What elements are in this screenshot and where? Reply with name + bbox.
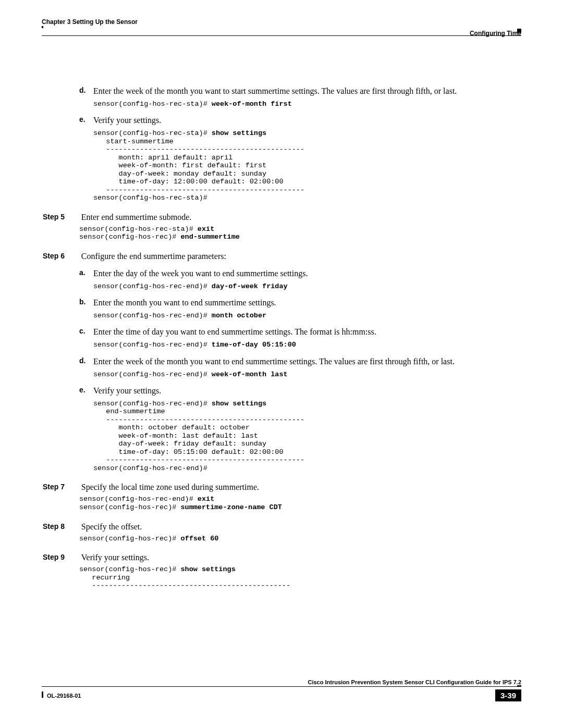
step-text: Configure the end summertime parameters: bbox=[81, 252, 226, 261]
footer-rule bbox=[42, 686, 521, 687]
step-9: Step 9 Verify your settings. sensor(conf… bbox=[79, 553, 521, 590]
step-6: Step 6 Configure the end summertime para… bbox=[79, 252, 521, 473]
substep-label-e: e. bbox=[79, 386, 85, 394]
footer-doc-title: Cisco Intrusion Prevention System Sensor… bbox=[305, 679, 521, 685]
substep-label-d: d. bbox=[79, 86, 85, 94]
substep-6a: a. Enter the day of the week you want to… bbox=[93, 268, 521, 290]
substep-6e: e. Verify your settings. sensor(config-h… bbox=[93, 386, 521, 472]
code-block: sensor(config-hos-rec)# offset 60 bbox=[79, 535, 521, 543]
code-block: sensor(config-hos-rec-end)# month octobe… bbox=[93, 312, 521, 320]
step-7: Step 7 Specify the local time zone used … bbox=[79, 483, 521, 511]
substep-6d: d. Enter the week of the month you want … bbox=[93, 356, 521, 378]
step-label: Step 5 bbox=[43, 213, 79, 221]
chapter-title: Chapter 3 Setting Up the Sensor bbox=[42, 18, 138, 26]
page-number: 3-39 bbox=[495, 689, 521, 701]
substep-6b: b. Enter the month you want to end summe… bbox=[93, 298, 521, 319]
footer-marker-left bbox=[42, 692, 43, 698]
page-header: Chapter 3 Setting Up the Sensor Configur… bbox=[42, 18, 521, 44]
code-block: sensor(config-hos-rec-sta)# show setting… bbox=[93, 129, 521, 202]
substep-e: e. Verify your settings. sensor(config-h… bbox=[93, 115, 521, 202]
page: Chapter 3 Setting Up the Sensor Configur… bbox=[0, 0, 563, 728]
substep-label-b: b. bbox=[79, 298, 85, 306]
step-text: Specify the offset. bbox=[81, 522, 142, 531]
step-label: Step 6 bbox=[43, 252, 79, 260]
code-block: sensor(config-hos-rec-end)# week-of-mont… bbox=[93, 371, 521, 379]
substep-text: Enter the month you want to end summerti… bbox=[93, 298, 521, 309]
step-text: Specify the local time zone used during … bbox=[81, 483, 259, 491]
code-block: sensor(config-hos-rec)# show settings re… bbox=[79, 565, 521, 590]
substep-text: Verify your settings. bbox=[93, 386, 521, 397]
substep-label-e: e. bbox=[79, 115, 85, 124]
page-footer: Cisco Intrusion Prevention System Sensor… bbox=[42, 686, 521, 707]
content: d. Enter the week of the month you want … bbox=[79, 86, 521, 590]
substep-d: d. Enter the week of the month you want … bbox=[93, 86, 521, 108]
code-block: sensor(config-hos-rec-sta)# exit sensor(… bbox=[79, 225, 521, 241]
substep-label-a: a. bbox=[79, 268, 85, 277]
code-block: sensor(config-hos-rec-end)# exit sensor(… bbox=[79, 495, 521, 511]
step-5: Step 5 Enter end summertime submode. sen… bbox=[79, 213, 521, 241]
substep-text: Enter the time of day you want to end su… bbox=[93, 327, 521, 338]
code-block: sensor(config-hos-rec-end)# day-of-week … bbox=[93, 282, 521, 291]
footer-doc-id: OL-29168-01 bbox=[47, 693, 81, 699]
substep-text: Verify your settings. bbox=[93, 115, 521, 126]
substep-6c: c. Enter the time of day you want to end… bbox=[93, 327, 521, 349]
substep-text: Enter the week of the month you want to … bbox=[93, 86, 521, 97]
substep-label-c: c. bbox=[79, 327, 85, 335]
step-label: Step 7 bbox=[43, 483, 79, 491]
code-block: sensor(config-hos-rec-sta)# week-of-mont… bbox=[93, 100, 521, 108]
code-block: sensor(config-hos-rec-end)# time-of-day … bbox=[93, 341, 521, 349]
header-rule bbox=[42, 35, 521, 36]
step-label: Step 8 bbox=[43, 522, 79, 530]
substep-label-d: d. bbox=[79, 356, 85, 365]
header-marker-left bbox=[42, 26, 43, 28]
substep-text: Enter the day of the week you want to en… bbox=[93, 268, 521, 279]
step-text: Verify your settings. bbox=[81, 553, 149, 562]
substep-text: Enter the week of the month you want to … bbox=[93, 356, 521, 367]
step-8: Step 8 Specify the offset. sensor(config… bbox=[79, 522, 521, 543]
step-label: Step 9 bbox=[43, 553, 79, 561]
code-block: sensor(config-hos-rec-end)# show setting… bbox=[93, 400, 521, 473]
step-text: Enter end summertime submode. bbox=[81, 213, 192, 221]
